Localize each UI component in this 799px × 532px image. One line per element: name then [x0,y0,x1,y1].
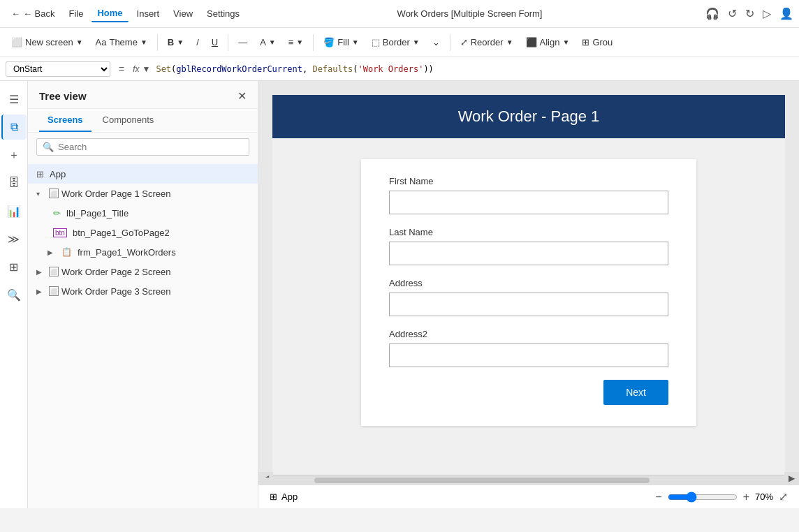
view-menu[interactable]: View [168,6,198,22]
toolbar: ⬜ New screen ▼ Aa Theme ▼ B ▼ / U — A ▼ … [0,28,799,57]
database-icon[interactable]: 🗄 [1,170,27,195]
tab-components[interactable]: Components [94,109,163,132]
search-icon[interactable]: 🔍 [1,282,27,307]
tree-header: Tree view ✕ [28,81,258,109]
tree-item-screen3[interactable]: ▶ ⬜ Work Order Page 3 Screen [28,281,258,301]
address2-label: Address2 [389,329,668,339]
redo-icon[interactable]: ↻ [745,7,754,20]
tree-item-lbl-title[interactable]: ✏ lbl_Page1_Title [28,203,258,223]
address2-input[interactable] [389,343,668,367]
align-button[interactable]: ⬛ Align ▼ [520,34,576,50]
italic-button[interactable]: / [191,34,205,50]
form-icon: 📋 [61,247,72,257]
settings-menu[interactable]: Settings [201,6,245,22]
headset-icon[interactable]: 🎧 [705,7,719,20]
formula-string: 'Work Orders' [358,64,423,74]
border-button[interactable]: ⬚ Border ▼ [366,34,425,50]
page-header: Work Order - Page 1 [272,95,785,138]
layers-icon[interactable]: ⧉ [1,114,27,140]
underline-button[interactable]: U [206,34,223,50]
first-name-input[interactable] [389,191,668,214]
tree-close-button[interactable]: ✕ [237,89,247,103]
new-screen-button[interactable]: ⬜ New screen ▼ [6,34,89,50]
screen-icon-3: ⬜ [49,286,59,296]
font-size-button[interactable]: A ▼ [254,34,281,50]
back-button[interactable]: ← ← Back [6,6,61,22]
back-arrow-icon: ← [11,8,20,19]
hscroll-thumb[interactable] [314,478,650,483]
strikethrough-button[interactable]: — [233,34,253,50]
btn-goto-label: btn_Page1_GoToPage2 [73,228,249,238]
plugin-icon[interactable]: ≫ [1,226,27,251]
canvas-scroll[interactable]: Work Order - Page 1 First Name Last Name… [258,81,799,475]
home-menu[interactable]: Home [91,5,128,22]
new-screen-caret: ▼ [76,38,83,46]
tree-tabs: Screens Components [28,109,258,133]
formula-equals: = [116,64,127,75]
left-sidebar: ☰ ⧉ ＋ 🗄 📊 ≫ ⊞ 🔍 [0,81,28,508]
text-align-button[interactable]: ≡ ▼ [283,34,309,50]
more-button[interactable]: ⌄ [427,34,446,50]
button-icon: btn [53,228,67,237]
app-label: App [50,169,237,179]
undo-icon[interactable]: ↺ [728,7,737,20]
scroll-right-button[interactable]: ▶ [784,472,799,485]
search-input[interactable] [58,142,243,152]
tree-title: Tree view [39,90,87,102]
separator-3 [313,34,314,51]
variables-icon[interactable]: ⊞ [1,254,27,279]
chart-icon[interactable]: 📊 [1,198,27,223]
tab-screens[interactable]: Screens [39,109,91,132]
border-icon: ⬚ [372,37,380,47]
address-input[interactable] [389,293,668,316]
add-icon[interactable]: ＋ [1,142,27,168]
back-label: ← Back [23,8,55,19]
reorder-icon: ⤢ [460,37,468,47]
screen3-label: Work Order Page 3 Screen [61,286,249,297]
form-container: First Name Last Name Address Address2 [361,159,696,426]
zoom-in-button[interactable]: + [743,491,749,503]
tree-item-screen1[interactable]: ▾ ⬜ Work Order Page 1 Screen [28,184,258,203]
tree-panel: Tree view ✕ Screens Components 🔍 ⊞ App ·… [28,81,258,508]
screen-icon-2: ⬜ [49,267,59,276]
tree-item-screen2[interactable]: ▶ ⬜ Work Order Page 2 Screen [28,262,258,281]
user-icon[interactable]: 👤 [779,7,793,20]
zoom-value: 70% [755,492,773,502]
formula-content[interactable]: Set(gblRecordWorkOrderCurrent, Defaults(… [156,64,433,74]
insert-menu[interactable]: Insert [131,6,166,22]
search-icon-tree: 🔍 [43,142,54,152]
app-grid-icon: ⊞ [36,169,44,179]
formula-function: Set [156,64,171,74]
expand-frm-icon[interactable]: ▶ [47,249,57,256]
hamburger-icon[interactable]: ☰ [1,87,27,112]
formula-function2: Defaults [312,64,353,74]
expand-screen2-icon[interactable]: ▶ [36,268,46,276]
menu-bar: ← ← Back File Home Insert View Settings … [0,0,799,28]
app-grid-icon-bottom: ⊞ [270,492,277,502]
expand-icon[interactable]: ⤢ [779,490,788,503]
tree-app-node[interactable]: ⊞ App ··· [28,164,258,184]
group-icon: ⊞ [582,37,589,47]
formula-param1: gblRecordWorkOrderCurrent [176,64,302,74]
fill-button[interactable]: 🪣 Fill ▼ [318,34,365,50]
theme-button[interactable]: Aa Theme ▼ [90,34,153,50]
tree-search-box: 🔍 [36,138,249,156]
next-button[interactable]: Next [603,380,668,405]
last-name-input[interactable] [389,242,668,265]
reorder-button[interactable]: ⤢ Reorder ▼ [455,34,519,50]
expand-screen1-icon[interactable]: ▾ [36,190,46,198]
tree-item-frm-workorders[interactable]: ▶ 📋 frm_Page1_WorkOrders [28,242,258,262]
last-name-label: Last Name [389,227,668,237]
zoom-out-button[interactable]: − [655,491,661,503]
expand-screen3-icon[interactable]: ▶ [36,288,46,295]
file-menu[interactable]: File [64,6,89,22]
align-icon: ⬛ [526,37,537,47]
zoom-slider[interactable] [668,492,738,503]
bold-button[interactable]: B ▼ [162,34,189,50]
tree-item-btn-goto[interactable]: btn btn_Page1_GoToPage2 [28,223,258,242]
group-button[interactable]: ⊞ Grou [576,34,618,50]
top-icons: 🎧 ↺ ↻ ▷ 👤 [705,7,793,20]
zoom-controls: − + 70% ⤢ [655,490,788,503]
play-icon[interactable]: ▷ [763,7,771,20]
formula-select[interactable]: OnStart [6,61,110,77]
